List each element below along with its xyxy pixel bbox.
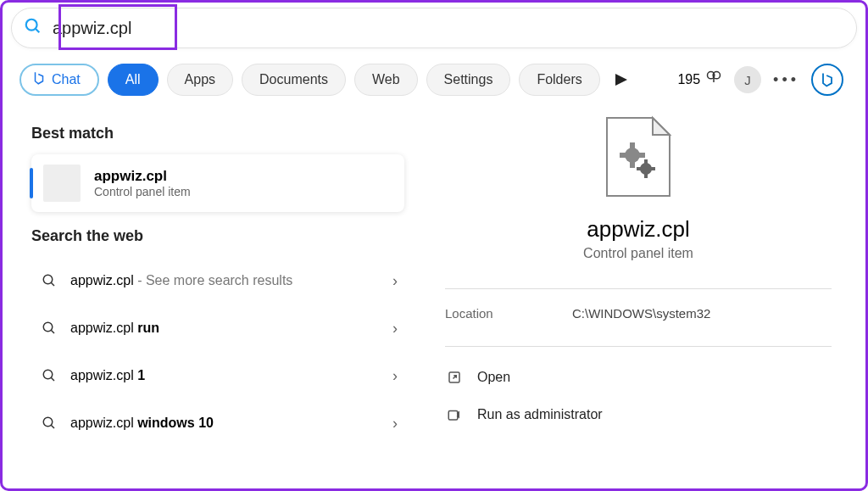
- svg-point-15: [625, 148, 640, 163]
- svg-marker-2: [615, 74, 627, 86]
- action-run-admin-label: Run as administrator: [477, 407, 603, 422]
- svg-rect-18: [620, 153, 626, 158]
- best-match-subtitle: Control panel item: [94, 185, 191, 198]
- svg-line-1: [36, 29, 40, 33]
- search-web-heading: Search the web: [31, 227, 404, 245]
- action-run-admin[interactable]: Run as administrator: [445, 396, 832, 433]
- tab-folders[interactable]: Folders: [519, 64, 599, 96]
- action-open-label: Open: [477, 370, 510, 385]
- web-result-text: appwiz.cpl windows 10: [60, 416, 392, 431]
- filter-row: Chat All Apps Documents Web Settings Fol…: [3, 48, 865, 109]
- preview-subtitle: Control panel item: [445, 246, 832, 261]
- web-result[interactable]: appwiz.cpl windows 10›: [31, 399, 404, 447]
- search-icon: [38, 368, 60, 383]
- action-open[interactable]: Open: [445, 359, 832, 396]
- tab-chat-label: Chat: [52, 72, 81, 87]
- web-result[interactable]: appwiz.cpl 1›: [31, 352, 404, 399]
- open-icon: [445, 370, 464, 385]
- svg-point-0: [26, 20, 37, 31]
- location-label: Location: [445, 306, 572, 321]
- divider: [445, 288, 832, 289]
- divider: [445, 346, 832, 347]
- svg-point-5: [43, 275, 53, 284]
- web-result[interactable]: appwiz.cpl run›: [31, 304, 404, 352]
- user-avatar[interactable]: J: [734, 66, 761, 93]
- preview-title: appwiz.cpl: [445, 216, 832, 243]
- chevron-right-icon: ›: [392, 272, 398, 290]
- admin-icon: [445, 407, 464, 422]
- search-bar[interactable]: [11, 8, 857, 48]
- more-filters-button[interactable]: [609, 67, 634, 92]
- svg-line-10: [51, 377, 54, 381]
- svg-rect-16: [630, 142, 635, 149]
- svg-point-9: [43, 370, 53, 379]
- tab-chat[interactable]: Chat: [19, 64, 99, 96]
- tab-documents[interactable]: Documents: [242, 64, 346, 96]
- search-icon: [38, 321, 60, 336]
- svg-line-6: [51, 282, 54, 286]
- search-icon: [24, 17, 53, 39]
- svg-rect-17: [630, 161, 635, 168]
- svg-rect-21: [644, 159, 648, 165]
- preview-pane: appwiz.cpl Control panel item Location C…: [411, 109, 855, 485]
- svg-line-8: [51, 330, 54, 333]
- svg-point-20: [640, 163, 652, 175]
- svg-rect-22: [644, 173, 648, 178]
- search-input[interactable]: [53, 19, 844, 38]
- chevron-right-icon: ›: [392, 367, 398, 385]
- rewards-indicator[interactable]: 195: [677, 70, 722, 90]
- results-pane: Best match appwiz.cpl Control panel item…: [13, 109, 411, 485]
- location-value: C:\WINDOWS\system32: [572, 306, 710, 321]
- best-match-title: appwiz.cpl: [94, 168, 191, 185]
- rewards-points: 195: [677, 72, 700, 87]
- rewards-icon: [705, 70, 722, 90]
- svg-point-7: [43, 322, 53, 332]
- svg-point-11: [43, 417, 53, 427]
- web-result[interactable]: appwiz.cpl - See more search results›: [31, 257, 404, 304]
- more-options-button[interactable]: •••: [773, 71, 799, 89]
- tab-apps[interactable]: Apps: [167, 64, 233, 96]
- svg-marker-14: [653, 118, 670, 135]
- tab-settings[interactable]: Settings: [426, 64, 511, 96]
- file-type-icon: [604, 114, 673, 199]
- user-initial: J: [744, 73, 751, 87]
- tab-all[interactable]: All: [108, 64, 159, 96]
- search-icon: [38, 273, 60, 288]
- best-match-result[interactable]: appwiz.cpl Control panel item: [31, 154, 404, 212]
- bing-chat-icon: [31, 70, 47, 89]
- location-row: Location C:\WINDOWS\system32: [445, 306, 832, 321]
- svg-rect-24: [650, 167, 655, 170]
- chevron-right-icon: ›: [392, 320, 398, 338]
- best-match-heading: Best match: [31, 125, 404, 142]
- search-icon: [38, 416, 60, 431]
- web-result-text: appwiz.cpl 1: [60, 368, 392, 383]
- svg-rect-19: [638, 153, 645, 158]
- svg-rect-23: [637, 167, 642, 170]
- best-match-thumbnail: [43, 165, 81, 202]
- svg-rect-26: [448, 411, 458, 421]
- tab-web[interactable]: Web: [354, 64, 418, 96]
- chevron-right-icon: ›: [392, 415, 398, 432]
- bing-logo-button[interactable]: [811, 64, 843, 96]
- web-result-text: appwiz.cpl - See more search results: [60, 273, 392, 288]
- web-result-text: appwiz.cpl run: [60, 321, 392, 336]
- svg-line-12: [51, 425, 54, 428]
